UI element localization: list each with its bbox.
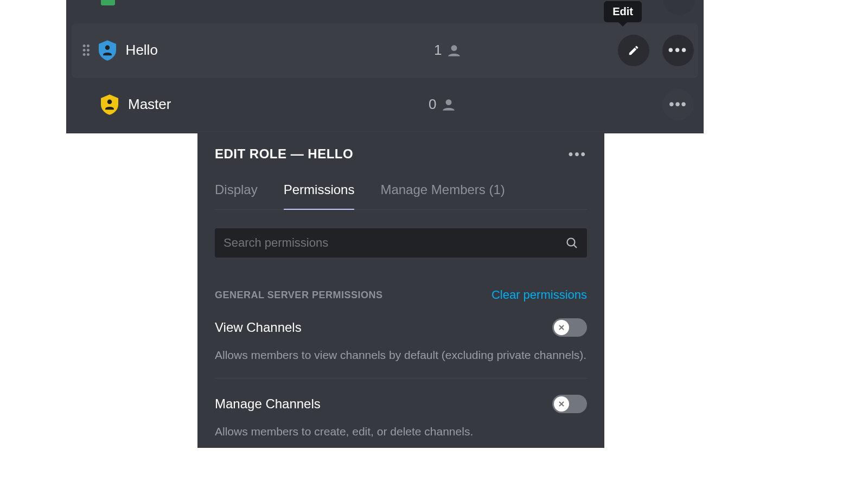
toggle-knob xyxy=(554,320,569,335)
permission-item: View Channels Allows members to view cha… xyxy=(215,318,587,378)
role-row[interactable]: Master 0 ••• xyxy=(66,78,704,132)
member-count: 1 xyxy=(434,42,461,59)
permission-toggle[interactable] xyxy=(552,395,587,413)
search-icon xyxy=(565,236,578,249)
more-button[interactable] xyxy=(663,0,695,15)
svg-point-0 xyxy=(105,45,110,50)
permissions-section-header: GENERAL SERVER PERMISSIONS Clear permiss… xyxy=(215,288,587,302)
svg-point-3 xyxy=(446,99,452,105)
edit-role-header: EDIT ROLE — HELLO ••• xyxy=(215,146,587,162)
shield-icon xyxy=(99,40,116,61)
tab-manage-members[interactable]: Manage Members (1) xyxy=(380,182,505,209)
svg-point-2 xyxy=(107,99,112,104)
roles-panel: • •• •• • Hello 1 ••• Edi xyxy=(66,0,704,133)
pencil-icon xyxy=(628,44,640,56)
member-count-value: 0 xyxy=(429,96,436,113)
more-button[interactable]: ••• xyxy=(569,146,587,162)
permission-item: Manage Channels Allows members to create… xyxy=(215,395,587,448)
svg-point-4 xyxy=(567,239,575,246)
tabs: Display Permissions Manage Members (1) xyxy=(215,182,587,210)
permission-title: Manage Channels xyxy=(215,396,321,412)
tab-display[interactable]: Display xyxy=(215,182,258,209)
edit-tooltip: Edit xyxy=(604,1,642,22)
toggle-knob xyxy=(554,396,569,412)
permission-toggle[interactable] xyxy=(552,318,587,337)
role-row-actions: ••• xyxy=(662,89,694,120)
member-count: 0 xyxy=(429,96,456,113)
member-count-value: 1 xyxy=(434,42,442,59)
shield-icon xyxy=(101,0,115,5)
edit-role-panel: EDIT ROLE — HELLO ••• Display Permission… xyxy=(197,133,604,448)
clear-permissions-link[interactable]: Clear permissions xyxy=(492,288,587,302)
search-permissions[interactable] xyxy=(215,228,587,258)
more-button[interactable]: ••• xyxy=(662,35,694,66)
person-icon xyxy=(442,98,456,112)
search-input[interactable] xyxy=(224,236,565,250)
permission-description: Allows members to create, edit, or delet… xyxy=(215,424,587,439)
tab-permissions[interactable]: Permissions xyxy=(284,182,355,209)
drag-handle-icon[interactable]: • •• •• • xyxy=(82,44,89,57)
role-row-actions: ••• Edit xyxy=(618,35,694,66)
section-label: GENERAL SERVER PERMISSIONS xyxy=(215,290,382,301)
edit-role-title: EDIT ROLE — HELLO xyxy=(215,146,353,162)
more-icon: ••• xyxy=(669,96,687,113)
svg-point-1 xyxy=(451,45,457,51)
edit-role-button[interactable] xyxy=(618,35,649,66)
permission-description: Allows members to view channels by defau… xyxy=(215,348,587,363)
x-icon xyxy=(558,400,565,408)
x-icon xyxy=(558,324,565,331)
svg-line-5 xyxy=(574,245,577,248)
role-name: Hello xyxy=(126,42,158,59)
role-row[interactable]: • •• •• • Hello 1 ••• Edi xyxy=(72,23,698,78)
permission-title: View Channels xyxy=(215,320,302,335)
person-icon xyxy=(447,43,461,57)
shield-icon xyxy=(101,94,118,115)
role-name: Master xyxy=(128,96,171,113)
more-icon: ••• xyxy=(569,146,587,161)
more-icon: ••• xyxy=(668,42,688,59)
more-button[interactable]: ••• xyxy=(662,89,694,120)
